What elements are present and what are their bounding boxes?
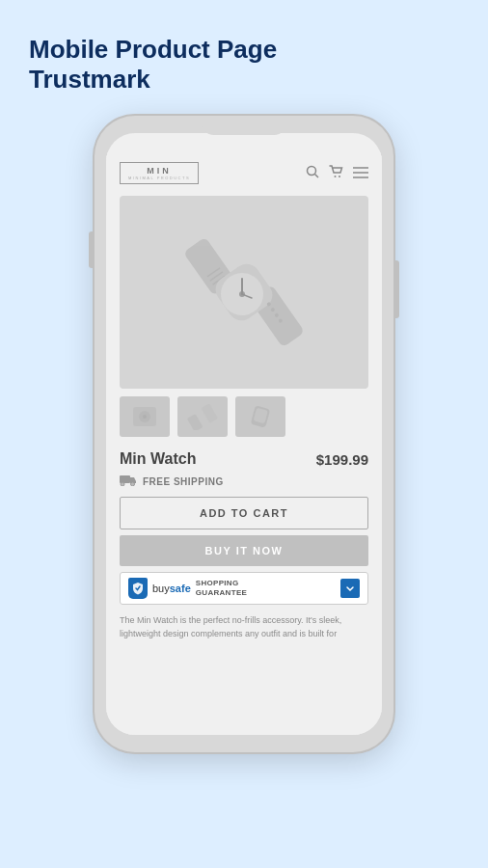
buy-now-button[interactable]: BUY IT NOW bbox=[120, 535, 368, 566]
product-description: The Min Watch is the perfect no-frills a… bbox=[106, 612, 382, 642]
screen-content: MIN MINIMAL PRODUCTS bbox=[106, 152, 382, 735]
buysafe-left: buysafe SHOPPING GUARANTEE bbox=[128, 578, 247, 599]
nav-logo[interactable]: MIN MINIMAL PRODUCTS bbox=[120, 162, 199, 184]
page-title: Mobile Product Page Trustmark bbox=[29, 35, 277, 95]
phone-screen: MIN MINIMAL PRODUCTS bbox=[106, 133, 382, 735]
svg-point-2 bbox=[335, 176, 337, 177]
nav-bar: MIN MINIMAL PRODUCTS bbox=[106, 152, 382, 190]
thumbnail-row bbox=[106, 396, 382, 437]
svg-point-23 bbox=[143, 415, 147, 419]
product-price: $199.99 bbox=[316, 451, 368, 468]
product-info-row: Min Watch $199.99 bbox=[106, 447, 382, 472]
svg-rect-24 bbox=[187, 414, 203, 430]
svg-point-0 bbox=[308, 167, 316, 176]
nav-icons bbox=[306, 165, 368, 181]
svg-line-1 bbox=[315, 175, 319, 178]
add-to-cart-button[interactable]: ADD TO CART bbox=[120, 497, 368, 529]
svg-point-3 bbox=[339, 176, 340, 177]
search-icon[interactable] bbox=[306, 165, 319, 181]
svg-rect-25 bbox=[201, 403, 218, 423]
thumbnail-2[interactable] bbox=[177, 396, 228, 437]
buysafe-logo-text: buysafe bbox=[152, 583, 191, 594]
hamburger-icon[interactable] bbox=[353, 166, 368, 181]
notch bbox=[201, 116, 287, 135]
buysafe-expand-icon[interactable] bbox=[340, 579, 360, 598]
buysafe-shield-icon bbox=[128, 578, 148, 599]
nav-logo-text: MIN bbox=[147, 166, 172, 176]
cart-icon[interactable] bbox=[329, 165, 343, 181]
buysafe-badge[interactable]: buysafe SHOPPING GUARANTEE bbox=[120, 572, 368, 605]
shipping-row: FREE SHIPPING bbox=[106, 472, 382, 497]
thumbnail-3[interactable] bbox=[235, 396, 285, 437]
product-main-image bbox=[120, 196, 368, 389]
product-name: Min Watch bbox=[120, 450, 196, 468]
phone-frame: MIN MINIMAL PRODUCTS bbox=[95, 116, 393, 752]
svg-point-29 bbox=[121, 482, 124, 486]
shipping-truck-icon bbox=[120, 474, 137, 489]
svg-rect-28 bbox=[120, 475, 130, 483]
thumbnail-1[interactable] bbox=[120, 396, 170, 437]
nav-logo-subtext: MINIMAL PRODUCTS bbox=[128, 176, 190, 180]
shipping-label: FREE SHIPPING bbox=[143, 476, 224, 487]
svg-point-30 bbox=[131, 482, 135, 486]
buysafe-guarantee-text: SHOPPING GUARANTEE bbox=[196, 579, 247, 599]
